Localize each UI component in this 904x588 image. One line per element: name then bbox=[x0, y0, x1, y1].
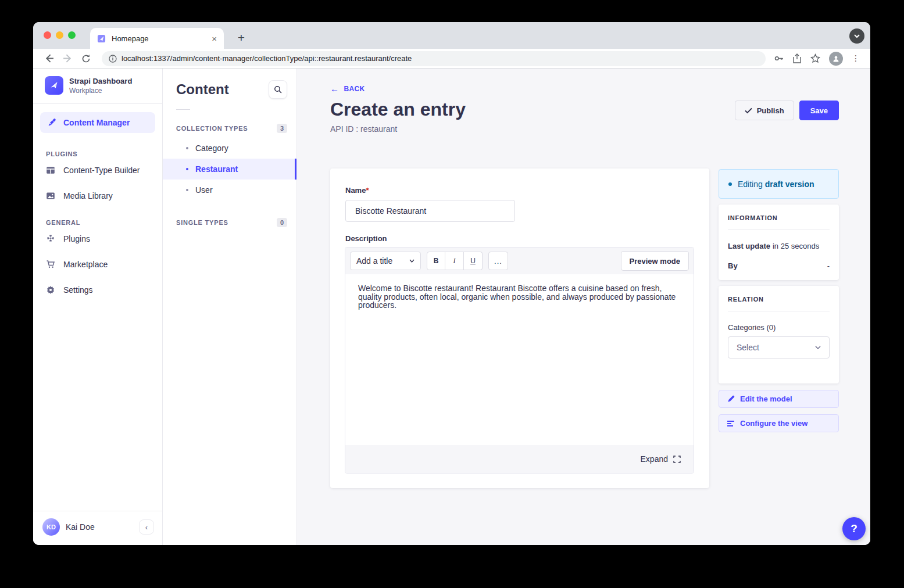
password-key-icon[interactable] bbox=[774, 53, 784, 63]
sidebar-item-label: Settings bbox=[63, 285, 93, 295]
layout-icon bbox=[46, 166, 55, 175]
name-input[interactable] bbox=[345, 200, 515, 222]
minimize-window-button[interactable] bbox=[56, 31, 63, 39]
chevron-down-icon bbox=[409, 259, 415, 263]
configure-view-button[interactable]: Configure the view bbox=[719, 414, 839, 432]
bold-button[interactable]: B bbox=[427, 252, 445, 270]
save-button[interactable]: Save bbox=[799, 101, 839, 120]
information-divider bbox=[728, 230, 830, 230]
publish-label: Publish bbox=[757, 106, 784, 115]
new-tab-button[interactable]: + bbox=[233, 30, 249, 46]
title-style-dropdown[interactable]: Add a title bbox=[350, 252, 421, 270]
browser-menu-icon[interactable]: ⋮ bbox=[852, 57, 860, 60]
avatar: KD bbox=[42, 518, 60, 536]
editor-footer: Expand bbox=[345, 445, 694, 473]
sidebar-item-content-type-builder[interactable]: Content-Type Builder bbox=[33, 157, 162, 183]
workspace-name: Workplace bbox=[69, 87, 132, 95]
tab-title: Homepage bbox=[112, 34, 206, 43]
more-formats-button[interactable]: ... bbox=[488, 252, 508, 270]
search-icon bbox=[274, 85, 282, 94]
by-row: By - bbox=[728, 261, 830, 270]
strapi-app: Strapi Dashboard Workplace Content Manag… bbox=[33, 69, 870, 545]
subnav-item-label: User bbox=[195, 185, 213, 195]
sidebar-item-label: Marketplace bbox=[63, 260, 108, 269]
browser-toolbar: localhost:1337/admin/content-manager/col… bbox=[33, 49, 870, 69]
last-update-row: Last update in 25 seconds bbox=[728, 242, 830, 250]
image-icon bbox=[46, 191, 55, 200]
subnav-title: Content bbox=[176, 81, 229, 98]
url-bar[interactable]: localhost:1337/admin/content-manager/col… bbox=[102, 51, 766, 66]
maximize-window-button[interactable] bbox=[68, 31, 76, 39]
configure-lines-icon bbox=[727, 420, 735, 427]
bullet-icon bbox=[186, 189, 188, 191]
status-dot-icon bbox=[728, 182, 732, 186]
chevron-down-icon bbox=[815, 346, 821, 349]
description-label: Description bbox=[345, 234, 387, 243]
url-text[interactable]: localhost:1337/admin/content-manager/col… bbox=[122, 54, 412, 63]
information-title: INFORMATION bbox=[728, 214, 830, 221]
preview-mode-button[interactable]: Preview mode bbox=[621, 251, 689, 271]
cart-icon bbox=[46, 260, 55, 269]
select-placeholder: Select bbox=[737, 343, 759, 352]
back-link[interactable]: ← BACK bbox=[330, 84, 365, 94]
search-button[interactable] bbox=[269, 80, 287, 99]
browser-profile-chevron-icon[interactable] bbox=[849, 28, 864, 44]
description-textarea[interactable]: Welcome to Biscotte restaurant! Restaura… bbox=[345, 274, 694, 445]
workspace-switcher[interactable]: Strapi Dashboard Workplace bbox=[33, 69, 162, 102]
subnav-item-user[interactable]: User bbox=[163, 180, 296, 200]
gear-icon bbox=[46, 285, 55, 295]
sidebar-item-media-library[interactable]: Media Library bbox=[33, 183, 162, 209]
main-sidebar: Strapi Dashboard Workplace Content Manag… bbox=[33, 69, 163, 545]
bookmark-star-icon[interactable] bbox=[810, 53, 820, 63]
subnav-item-restaurant[interactable]: Restaurant bbox=[163, 159, 296, 180]
right-panel: Editing draft version INFORMATION Last u… bbox=[719, 169, 839, 432]
expand-icon[interactable] bbox=[673, 456, 681, 463]
user-name: Kai Doe bbox=[66, 522, 133, 532]
page-title: Create an entry bbox=[330, 99, 466, 120]
format-button-group: B I U bbox=[427, 252, 483, 270]
check-icon bbox=[745, 107, 752, 114]
close-tab-icon[interactable]: × bbox=[212, 34, 217, 44]
close-window-button[interactable] bbox=[44, 31, 51, 39]
configure-view-label: Configure the view bbox=[740, 419, 807, 428]
collection-types-list: Category Restaurant User bbox=[163, 138, 296, 200]
last-update-value: in 25 seconds bbox=[773, 242, 819, 250]
share-icon[interactable] bbox=[792, 53, 802, 63]
toolbar-actions: ⋮ bbox=[774, 52, 862, 66]
rich-text-editor: Add a title B I U ... Preview mode bbox=[345, 247, 694, 474]
strapi-favicon-icon bbox=[97, 34, 106, 43]
window-controls bbox=[44, 31, 76, 39]
strapi-logo-icon bbox=[45, 76, 63, 95]
reload-icon[interactable] bbox=[78, 51, 94, 66]
underline-button[interactable]: U bbox=[464, 252, 483, 270]
sidebar-item-content-manager[interactable]: Content Manager bbox=[40, 112, 155, 133]
sidebar-item-marketplace[interactable]: Marketplace bbox=[33, 252, 162, 277]
name-field-block: Name* bbox=[345, 185, 515, 222]
single-types-count-badge: 0 bbox=[277, 218, 287, 227]
expand-label[interactable]: Expand bbox=[641, 454, 668, 464]
italic-button[interactable]: I bbox=[445, 252, 464, 270]
bullet-icon bbox=[186, 168, 188, 170]
title-style-label: Add a title bbox=[356, 256, 392, 266]
categories-label: Categories (0) bbox=[728, 323, 830, 332]
browser-tab[interactable]: Homepage × bbox=[90, 28, 224, 49]
edit-model-label: Edit the model bbox=[740, 395, 792, 403]
site-info-icon[interactable] bbox=[109, 55, 117, 63]
editor-toolbar: Add a title B I U ... Preview mode bbox=[345, 248, 694, 274]
help-button[interactable]: ? bbox=[842, 517, 866, 540]
subnav-header: Content bbox=[163, 69, 296, 99]
browser-avatar-icon[interactable] bbox=[829, 52, 843, 66]
main-content: ← BACK Create an entry API ID : restaura… bbox=[297, 69, 870, 545]
sidebar-item-settings[interactable]: Settings bbox=[33, 277, 162, 303]
sidebar-item-plugins[interactable]: Plugins bbox=[33, 226, 162, 252]
back-label: BACK bbox=[344, 85, 365, 93]
back-icon[interactable] bbox=[41, 51, 56, 66]
relation-title: RELATION bbox=[728, 296, 830, 303]
edit-model-button[interactable]: Edit the model bbox=[719, 390, 839, 408]
browser-window: Homepage × + localhost:1337/admin/conten… bbox=[33, 22, 870, 545]
collapse-sidebar-button[interactable]: ‹ bbox=[139, 519, 154, 535]
forward-icon[interactable] bbox=[60, 51, 75, 66]
subnav-item-category[interactable]: Category bbox=[163, 138, 296, 159]
publish-button[interactable]: Publish bbox=[735, 101, 794, 120]
categories-select[interactable]: Select bbox=[728, 336, 830, 358]
